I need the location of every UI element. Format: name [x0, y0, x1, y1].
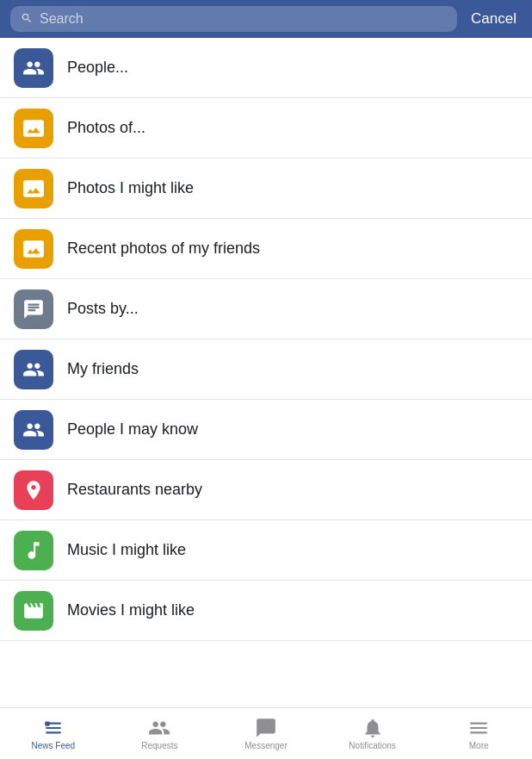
nav-item-more[interactable]: More: [425, 708, 532, 759]
list-item-restaurants-nearby[interactable]: Restaurants nearby: [0, 460, 532, 520]
my-friends-label: My friends: [67, 360, 139, 378]
movies-might-like-label: Movies I might like: [67, 601, 195, 619]
search-results-list: People...Photos of...Photos I might like…: [0, 38, 532, 707]
search-input[interactable]: [40, 11, 447, 27]
music-might-like-icon: [14, 531, 53, 570]
recent-photos-label: Recent photos of my friends: [67, 240, 260, 258]
list-item-photos-of[interactable]: Photos of...: [0, 98, 532, 159]
photos-might-like-label: Photos I might like: [67, 179, 194, 197]
nav-label-messenger: Messenger: [244, 741, 287, 750]
list-item-posts-by[interactable]: Posts by...: [0, 279, 532, 339]
posts-by-label: Posts by...: [67, 300, 139, 318]
cancel-button[interactable]: Cancel: [466, 7, 522, 31]
nav-item-requests[interactable]: Requests: [107, 708, 213, 759]
list-item-people-may-know[interactable]: People I may know: [0, 400, 532, 460]
recent-photos-icon: [14, 229, 53, 269]
list-item-movies-might-like[interactable]: Movies I might like: [0, 581, 532, 641]
photos-of-label: Photos of...: [67, 119, 145, 137]
nav-item-notifications[interactable]: Notifications: [319, 708, 426, 759]
photos-of-icon: [14, 109, 53, 148]
people-icon: [14, 48, 53, 88]
movies-might-like-icon: [14, 591, 53, 631]
svg-rect-0: [45, 721, 49, 725]
nav-item-news-feed[interactable]: News Feed: [0, 708, 107, 759]
music-might-like-label: Music I might like: [67, 541, 186, 559]
search-icon: [21, 12, 33, 27]
search-input-wrapper[interactable]: [10, 6, 457, 32]
messenger-icon: [255, 717, 277, 739]
posts-by-icon: [14, 289, 53, 329]
restaurants-nearby-icon: [14, 470, 53, 510]
people-may-know-label: People I may know: [67, 420, 198, 439]
list-item-my-friends[interactable]: My friends: [0, 339, 532, 400]
list-item-recent-photos[interactable]: Recent photos of my friends: [0, 219, 532, 279]
nav-label-notifications: Notifications: [349, 741, 395, 750]
people-label: People...: [67, 59, 128, 77]
notifications-icon: [362, 717, 384, 739]
people-may-know-icon: [14, 410, 53, 450]
my-friends-icon: [14, 350, 53, 389]
list-item-people[interactable]: People...: [0, 38, 532, 98]
requests-icon: [148, 717, 170, 739]
bottom-nav: News Feed Requests Messenger Notificatio…: [0, 707, 532, 759]
photos-might-like-icon: [14, 169, 53, 208]
nav-label-news-feed: News Feed: [32, 741, 76, 750]
nav-label-more: More: [469, 741, 489, 750]
list-item-photos-might-like[interactable]: Photos I might like: [0, 159, 532, 219]
nav-item-messenger[interactable]: Messenger: [213, 708, 319, 759]
news-feed-icon: [42, 717, 65, 739]
nav-label-requests: Requests: [141, 741, 177, 750]
restaurants-nearby-label: Restaurants nearby: [67, 481, 202, 499]
list-item-music-might-like[interactable]: Music I might like: [0, 520, 532, 581]
more-icon: [467, 717, 490, 739]
search-bar: Cancel: [0, 0, 532, 38]
